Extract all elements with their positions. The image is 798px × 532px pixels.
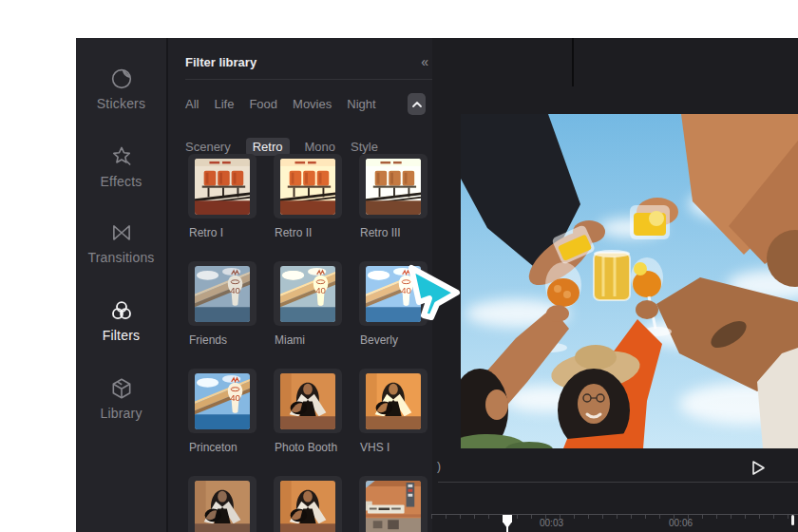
category-tabs: All Life Food Movies Night Scenery Retro… [185, 95, 398, 156]
timeline-timestamp: 00:03 [540, 518, 563, 528]
clipped-timestamp-text: ) [437, 460, 441, 473]
sidebar: Stickers Effects Transitions [76, 38, 168, 532]
trefoil-rings-icon [109, 298, 134, 323]
filter-tile-vhs-1[interactable]: VHS I [359, 369, 428, 433]
sidebar-item-stickers[interactable]: Stickers [76, 66, 166, 111]
category-food[interactable]: Food [249, 95, 277, 113]
filter-thumbnail [195, 266, 250, 322]
sidebar-item-effects[interactable]: Effects [76, 144, 166, 189]
filter-thumbnail [280, 159, 335, 215]
filter-thumbnail [195, 481, 250, 532]
sidebar-item-transitions[interactable]: Transitions [76, 220, 166, 265]
collapse-panel-icon[interactable]: « [421, 54, 428, 69]
sidebar-item-label: Filters [103, 328, 141, 343]
filter-grid: Retro I Retro II Retro III Friends [188, 154, 428, 532]
filter-tile[interactable] [359, 476, 428, 532]
screenshot-canvas: Stickers Effects Transitions [0, 0, 798, 532]
panel-divider [185, 79, 432, 80]
sidebar-item-label: Stickers [97, 96, 145, 111]
filter-tile-label: Retro II [275, 226, 312, 239]
filter-tile-photo-booth[interactable]: Photo Booth [274, 369, 342, 433]
filter-thumbnail [366, 159, 421, 215]
toolbar-divider [572, 38, 574, 86]
filter-tile[interactable] [188, 476, 256, 532]
timeline-ticks [431, 515, 798, 519]
filter-thumbnail [280, 266, 335, 322]
star-icon [109, 144, 134, 169]
cube-icon [109, 376, 134, 401]
filter-tile-princeton[interactable]: Princeton [188, 369, 256, 433]
sidebar-item-label: Library [100, 406, 142, 421]
video-editor-window: Stickers Effects Transitions [76, 38, 798, 532]
filter-tile-label: Beverly [360, 333, 398, 347]
panel-title: Filter library [185, 55, 256, 69]
filter-tile-label: Photo Booth [275, 441, 337, 454]
timeline-end-marker [791, 515, 794, 525]
filter-thumbnail [195, 373, 250, 429]
sidebar-item-filters[interactable]: Filters [76, 298, 166, 343]
play-icon [750, 460, 766, 476]
sidebar-item-library[interactable]: Library [76, 376, 166, 421]
filter-tile-friends[interactable]: Friends [188, 261, 256, 326]
collapse-categories-button[interactable] [408, 93, 426, 115]
video-preview[interactable] [461, 114, 798, 448]
filter-tile-miami[interactable]: Miami [274, 261, 342, 326]
filter-tile-label: Retro I [189, 226, 223, 239]
filter-thumbnail [280, 373, 335, 429]
sidebar-item-label: Transitions [87, 250, 154, 265]
category-movies[interactable]: Movies [293, 95, 332, 113]
filter-tile-retro-1[interactable]: Retro I [188, 154, 256, 218]
play-button[interactable] [750, 460, 766, 476]
filter-tile[interactable] [274, 476, 342, 532]
filter-thumbnail [366, 266, 421, 322]
category-night[interactable]: Night [347, 95, 375, 113]
filter-tile-retro-2[interactable]: Retro II [274, 154, 342, 218]
filter-tile-label: Retro III [360, 226, 401, 239]
filter-tile-label: Miami [275, 333, 305, 347]
filter-tile-label: VHS I [360, 441, 390, 454]
filter-tile-retro-3[interactable]: Retro III [359, 154, 428, 218]
filter-tile-label: Princeton [189, 441, 238, 454]
filter-thumbnail [366, 481, 421, 532]
category-life[interactable]: Life [214, 95, 234, 113]
sticker-icon [109, 66, 134, 91]
drink-glass [594, 250, 630, 300]
filter-thumbnail [280, 481, 335, 532]
playhead-stem [506, 526, 508, 532]
chevron-up-icon [411, 101, 423, 108]
timeline-divider [438, 482, 798, 483]
filter-library-panel: Filter library « All Life Food Movies Ni… [168, 38, 432, 532]
filter-thumbnail [366, 373, 421, 429]
filter-tile-label: Friends [189, 333, 227, 347]
timeline-timestamp: 00:06 [669, 518, 693, 528]
filter-tile-beverly[interactable]: Beverly [359, 261, 428, 326]
sidebar-item-label: Effects [101, 174, 142, 189]
category-all[interactable]: All [185, 95, 199, 113]
bowtie-icon [109, 220, 134, 245]
filter-thumbnail [195, 159, 250, 215]
